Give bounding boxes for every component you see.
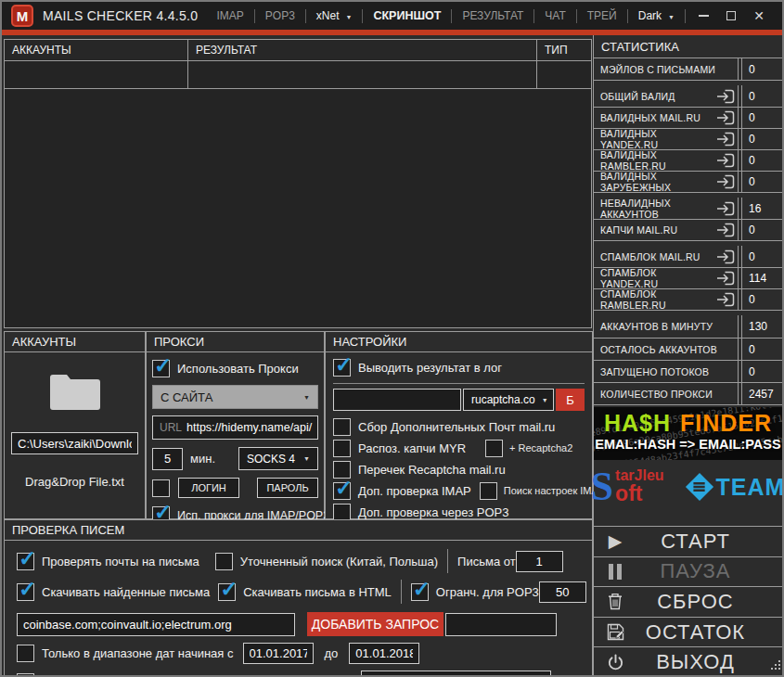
add-query-button[interactable]: ДОБАВИТЬ ЗАПРОС: [307, 612, 443, 636]
date-to-label: до: [325, 646, 339, 660]
proxy-panel: ПРОКСИ ✓ Использовать Прокси С САЙТА ▼ U…: [146, 331, 325, 519]
recaptcha2-checkbox[interactable]: ✓: [485, 440, 503, 457]
menu-screenshot[interactable]: СКРИНШОТ: [366, 6, 447, 26]
theme-dropdown[interactable]: Dark▼: [632, 6, 681, 26]
pop3-limit-input[interactable]: [539, 581, 586, 603]
mail-check-panel: ПРОВЕРКА ПИСЕМ ✓ Проверять почты на пись…: [4, 519, 593, 677]
exit-button[interactable]: ВЫХОД: [594, 646, 782, 677]
collect-extra-checkbox[interactable]: ✓: [333, 418, 351, 436]
export-icon[interactable]: [716, 110, 735, 125]
chevron-down-icon: ▼: [303, 394, 310, 401]
query-input[interactable]: [17, 613, 295, 636]
close-button[interactable]: ✕: [745, 5, 773, 27]
proxy-type-dropdown[interactable]: SOCKS 4 ▼: [238, 447, 318, 470]
menu-imap[interactable]: IMAP: [210, 6, 250, 26]
team-logo: TEAM: [685, 472, 784, 502]
menu-tray[interactable]: ТРЕЙ: [581, 6, 623, 26]
stat-value: 130: [741, 315, 782, 338]
dragdrop-hint: Drag&Drop File.txt: [25, 475, 124, 489]
refined-search-label: Уточненный поиск (Китай, Польша): [240, 555, 438, 568]
stat-label: ОСТАЛОСЬ АККАУНТОВ: [600, 344, 717, 355]
stat-value: 0: [741, 361, 782, 382]
proxy-password-input[interactable]: ПАРОЛЬ: [257, 478, 318, 498]
export-icon[interactable]: [716, 153, 735, 168]
captcha-key-input[interactable]: [333, 389, 461, 411]
proxy-login-input[interactable]: ЛОГИН: [178, 478, 239, 498]
starjleu-bottom: oft: [615, 483, 663, 504]
menu-pop3[interactable]: POP3: [259, 6, 302, 26]
log-output-checkbox[interactable]: ✓: [333, 359, 351, 377]
menu-xnet-dropdown[interactable]: xNet▼: [310, 6, 359, 26]
save-remainder-button[interactable]: ОСТАТОК: [594, 617, 782, 647]
divider: [447, 549, 448, 573]
date-range-label: Только в диапазоне дат начиная с: [42, 646, 234, 660]
imap-settings-search-checkbox[interactable]: ✓: [480, 482, 497, 500]
divider: [333, 383, 585, 384]
letters-from-input[interactable]: [516, 551, 563, 572]
pop3-check-checkbox[interactable]: ✓: [333, 504, 351, 521]
save-edit-icon: [594, 623, 636, 641]
download-found-checkbox[interactable]: ✓: [17, 583, 34, 601]
settings-panel-title: НАСТРОЙКИ: [326, 332, 592, 352]
date-range-checkbox[interactable]: ✓: [17, 645, 34, 662]
pop3-limit-label: Огранч. для POP3: [436, 585, 539, 599]
maximize-button[interactable]: [717, 5, 745, 27]
file-path-input[interactable]: [11, 432, 138, 454]
stat-label: ВАЛИДНЫХ MAIL.RU: [600, 112, 700, 123]
column-header-accounts[interactable]: АККАУНТЫ: [5, 40, 188, 60]
keyword-input[interactable]: [361, 671, 551, 677]
column-header-result[interactable]: РЕЗУЛЬТАТ: [188, 40, 537, 60]
stat-row: СПАМБЛОК RAMBLER.RU 0: [594, 288, 782, 310]
extra-query-input[interactable]: [445, 613, 557, 636]
hash-finder-banner[interactable]: dce89fd1f80ab5he45901e1d2e1811:kotleo789…: [594, 407, 782, 460]
use-proxy-checkbox[interactable]: ✓: [152, 360, 170, 377]
stat-label: КАПЧИ MAIL.RU: [600, 224, 677, 236]
date-to-input[interactable]: [349, 643, 419, 664]
menu-result[interactable]: РЕЗУЛЬТАТ: [456, 6, 530, 26]
resize-grip[interactable]: [770, 658, 781, 674]
pause-button[interactable]: ПАУЗА: [594, 556, 782, 587]
chevron-down-icon: ▼: [346, 14, 353, 20]
recaptcha2-label: + Recaptcha2: [509, 442, 572, 453]
date-from-input[interactable]: [243, 643, 314, 664]
myr-captcha-checkbox[interactable]: ✓: [333, 440, 351, 457]
folder-icon[interactable]: [48, 371, 102, 415]
menu-separator: [362, 9, 363, 23]
stat-row: ВАЛИДНЫХ MAIL.RU 0: [594, 107, 782, 128]
stat-label: ВАЛИДНЫХ YANDEX.RU: [600, 128, 716, 150]
letters-from-label: Письма от: [457, 555, 516, 568]
download-html-checkbox[interactable]: ✓: [218, 583, 236, 601]
check-mail-checkbox[interactable]: ✓: [17, 553, 34, 570]
refined-search-checkbox[interactable]: ✓: [215, 553, 233, 570]
proxy-url-input[interactable]: URL https://hidemy.name/api/: [152, 415, 318, 440]
export-icon[interactable]: [716, 201, 735, 216]
menu-bar: IMAP POP3 xNet▼ СКРИНШОТ РЕЗУЛЬТАТ ЧАТ Т…: [210, 5, 773, 27]
stat-row: СПАМБЛОК MAIL.RU 0: [594, 246, 782, 267]
balance-button[interactable]: Б: [556, 389, 585, 411]
export-icon[interactable]: [716, 223, 735, 237]
stat-value: 114: [741, 268, 782, 288]
export-icon[interactable]: [716, 174, 735, 189]
minimize-button[interactable]: [689, 5, 717, 27]
menu-chat[interactable]: ЧАТ: [538, 6, 572, 26]
export-icon[interactable]: [716, 132, 735, 147]
results-list[interactable]: [5, 89, 591, 326]
proxy-source-dropdown[interactable]: С САЙТА ▼: [152, 385, 318, 409]
reset-button[interactable]: СБРОС: [594, 586, 782, 617]
start-button[interactable]: ▶ СТАРТ: [594, 526, 782, 556]
logos-strip[interactable]: S tarJleu oft TEAM: [594, 460, 782, 514]
export-icon[interactable]: [716, 89, 735, 104]
proxy-auth-checkbox[interactable]: ✓: [152, 479, 170, 497]
export-icon[interactable]: [716, 271, 735, 286]
proxy-refresh-minutes-input[interactable]: [152, 448, 183, 470]
export-icon[interactable]: [716, 249, 735, 264]
pop3-limit-checkbox[interactable]: ✓: [411, 583, 429, 601]
imap-check-checkbox[interactable]: ✓: [333, 482, 351, 500]
export-icon[interactable]: [716, 292, 735, 307]
column-header-type[interactable]: ТИП: [537, 40, 591, 60]
keyword-checkbox[interactable]: ✓: [17, 673, 34, 677]
stat-label: МЭЙЛОВ С ПИСЬМАМИ: [600, 64, 715, 75]
stat-row: ВАЛИДНЫХ RAMBLER.RU 0: [594, 149, 782, 171]
captcha-service-dropdown[interactable]: rucaptcha.co ▼: [463, 389, 554, 411]
check-icon: ✓: [154, 353, 172, 378]
